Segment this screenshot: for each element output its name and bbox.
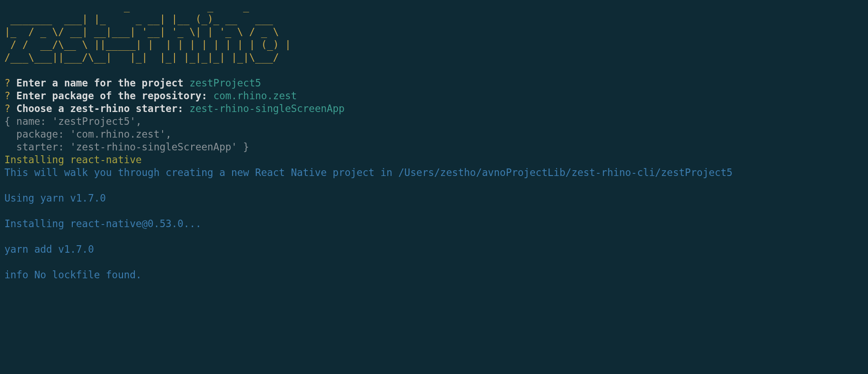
prompt-marker: ? bbox=[4, 77, 11, 89]
ascii-art-line: |_ / _ \/ __| __|___| '__| '_ \| | '_ \ … bbox=[4, 26, 285, 37]
ascii-art-line: /___\___||___/\__| |_| |_| |_|_|_| |_|\_… bbox=[4, 52, 285, 63]
ascii-art-line: _ _ _ bbox=[4, 0, 351, 12]
prompt-package: Enter package of the repository: bbox=[16, 90, 207, 101]
log-installing-rn: Installing react-native@0.53.0... bbox=[4, 218, 201, 229]
ascii-art-line: _______ ___| |_ _ __| |__ (_)_ __ ___ bbox=[4, 13, 285, 25]
log-yarn-add: yarn add v1.7.0 bbox=[4, 243, 94, 255]
prompt-project-name: Enter a name for the project bbox=[16, 77, 183, 89]
log-walkthrough: This will walk you through creating a ne… bbox=[4, 167, 733, 178]
prompt-marker: ? bbox=[4, 103, 11, 114]
object-dump-line: { name: 'zestProject5', bbox=[4, 116, 142, 127]
prompt-starter: Choose a zest-rhino starter: bbox=[16, 103, 183, 114]
ascii-art-line: / / __/\__ \ ||_____| | | | | | | | | | … bbox=[4, 39, 291, 50]
object-dump-line: starter: 'zest-rhino-singleScreenApp' } bbox=[4, 141, 249, 153]
answer-starter: zest-rhino-singleScreenApp bbox=[189, 103, 345, 114]
log-installing: Installing react-native bbox=[4, 154, 142, 165]
terminal-output[interactable]: _ _ _ _______ ___| |_ _ __| |__ (_)_ __ … bbox=[0, 0, 868, 286]
prompt-marker: ? bbox=[4, 90, 11, 101]
answer-project-name: zestProject5 bbox=[189, 77, 261, 89]
log-using-yarn: Using yarn v1.7.0 bbox=[4, 192, 106, 204]
answer-package: com.rhino.zest bbox=[213, 90, 297, 101]
object-dump-line: package: 'com.rhino.zest', bbox=[4, 128, 171, 140]
log-no-lockfile: info No lockfile found. bbox=[4, 269, 142, 280]
